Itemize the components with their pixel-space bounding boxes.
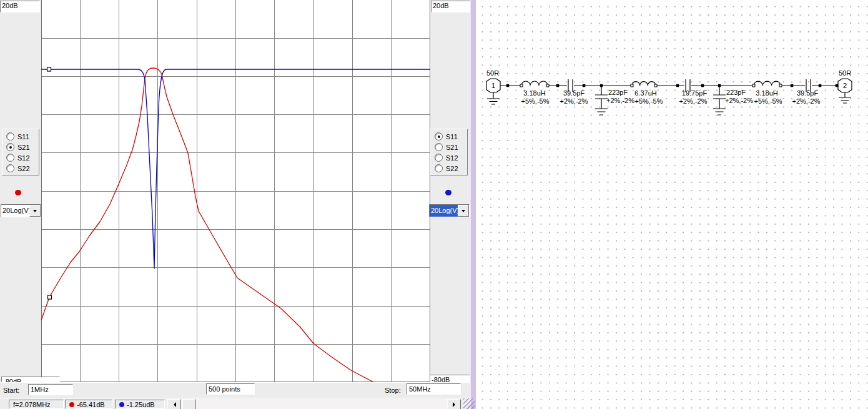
left-radio-s12[interactable]: S12 — [6, 152, 39, 163]
s21-trace — [41, 68, 376, 382]
capacitor-shunt-1[interactable] — [595, 86, 608, 115]
right-radio-s11[interactable]: S11 — [435, 131, 467, 142]
component-value: 3.18uH — [523, 89, 546, 97]
scroll-right-button[interactable] — [447, 399, 461, 409]
resize-grip-icon[interactable] — [463, 398, 475, 409]
ground-icon — [839, 92, 851, 103]
s-parameter-plot[interactable] — [41, 0, 430, 382]
status-bar: f=2.078MHz -65.41dB -1.25udB — [0, 398, 470, 409]
radio-icon — [6, 154, 14, 162]
radio-label: S21 — [17, 144, 30, 151]
red-trace-color-dot[interactable] — [15, 190, 21, 195]
radio-icon — [435, 154, 443, 162]
right-format-value[interactable]: 20Log(V) — [430, 205, 458, 217]
radio-icon — [435, 164, 443, 172]
plot-left-sidebar — [0, 0, 41, 398]
chevron-down-icon — [461, 210, 465, 214]
component-tolerance: +5%,-5% — [635, 97, 663, 105]
port-2-impedance-label: 50R — [839, 69, 851, 77]
start-label: Start: — [3, 387, 19, 394]
radio-label: S21 — [446, 144, 458, 151]
radio-icon — [435, 132, 443, 140]
right-radio-s21[interactable]: S21 — [435, 142, 467, 152]
red-marker-readout: -65.41dB — [65, 400, 112, 409]
left-radio-s11[interactable]: S11 — [6, 131, 39, 142]
arrow-left-icon — [171, 402, 176, 407]
radio-icon — [435, 143, 443, 151]
radio-icon — [6, 143, 14, 151]
radio-label: S11 — [17, 133, 29, 140]
marker-scrollbar[interactable] — [167, 399, 461, 409]
blue-marker-readout: -1.25udB — [115, 400, 165, 409]
marker-frequency-readout: f=2.078MHz — [9, 400, 64, 409]
red-marker-text: -65.41dB — [77, 401, 105, 408]
inductor-1[interactable] — [520, 81, 549, 87]
right-radio-s12[interactable]: S12 — [435, 152, 467, 163]
blue-trace-color-dot[interactable] — [445, 190, 451, 195]
right-sparam-group: S11 S21 S12 S22 — [430, 129, 468, 175]
arrow-right-icon — [453, 402, 458, 407]
radio-label: S22 — [17, 165, 30, 172]
component-value: 3.18uH — [756, 89, 778, 97]
radio-label: S12 — [17, 154, 30, 162]
left-top-scale-field[interactable]: 20dB — [0, 1, 40, 12]
left-sparam-group: S11 S21 S12 S22 — [2, 129, 39, 175]
blue-marker-icon — [119, 402, 124, 407]
left-format-dropdown-button[interactable] — [29, 205, 41, 217]
inductor-2[interactable] — [631, 82, 657, 87]
component-value: 19.75pF — [682, 89, 708, 97]
right-format-combobox[interactable]: 20Log(V) — [429, 204, 470, 217]
component-value: 6.37uH — [634, 89, 657, 97]
right-format-dropdown-button[interactable] — [458, 205, 469, 217]
component-value: 39.5pF — [563, 89, 585, 97]
ground-icon — [595, 86, 608, 115]
component-value: 223pF — [608, 89, 628, 96]
rf-simulator-window: 20dB 20dB -80dB -80dB S11 S21 S12 S22 S1… — [0, 0, 868, 409]
component-value: 39.5pF — [797, 89, 819, 97]
ground-icon — [487, 92, 500, 104]
port-1-impedance-label: 50R — [486, 69, 499, 77]
scrollbar-thumb[interactable] — [182, 399, 196, 409]
filter-circuit[interactable]: 50R 1 50R 2 3.18uH +5%,-5% 39.5pF +2%,-2… — [476, 56, 868, 128]
left-radio-s21[interactable]: S21 — [6, 142, 39, 152]
scroll-left-button[interactable] — [167, 399, 181, 409]
points-input[interactable] — [206, 383, 255, 395]
plot-right-sidebar — [430, 0, 470, 398]
inductor-3[interactable] — [752, 81, 782, 87]
s11-marker[interactable] — [47, 67, 51, 71]
schematic-canvas[interactable]: 50R 1 50R 2 3.18uH +5%,-5% 39.5pF +2%,-2… — [476, 0, 868, 409]
component-tolerance: +2%,-2% — [792, 97, 821, 105]
capacitor-shunt-2[interactable] — [713, 86, 726, 115]
radio-label: S11 — [446, 133, 458, 140]
component-tolerance: +2%,-2% — [560, 97, 588, 105]
plot-gridlines — [41, 0, 430, 382]
component-tolerance: +2%,-2% — [679, 97, 708, 105]
red-marker-icon — [69, 402, 74, 407]
ground-icon — [713, 86, 726, 115]
port-2-number: 2 — [843, 82, 847, 89]
left-format-combobox[interactable]: 20Log(V) — [1, 204, 41, 217]
right-radio-s22[interactable]: S22 — [435, 163, 467, 174]
sweep-settings-bar: Start: Stop: — [0, 382, 470, 398]
component-tolerance: +5%,-5% — [521, 97, 550, 105]
component-tolerance: +2%,-2% — [606, 97, 634, 104]
stop-label: Stop: — [385, 387, 401, 394]
radio-label: S22 — [446, 165, 458, 172]
right-top-scale-field[interactable]: 20dB — [431, 1, 471, 12]
radio-icon — [6, 132, 14, 140]
component-tolerance: +5%,-5% — [754, 97, 782, 105]
component-tolerance: +2%,-2% — [725, 97, 753, 104]
blue-marker-text: -1.25udB — [127, 401, 155, 408]
chevron-down-icon — [33, 210, 37, 214]
radio-label: S12 — [446, 154, 458, 162]
start-frequency-input[interactable] — [28, 384, 73, 395]
s21-marker[interactable] — [48, 295, 52, 299]
left-radio-s22[interactable]: S22 — [6, 163, 39, 174]
radio-icon — [6, 164, 14, 172]
port-1-number: 1 — [491, 82, 495, 89]
marker-frequency-text: f=2.078MHz — [13, 401, 51, 408]
plot-canvas[interactable] — [41, 0, 430, 382]
component-value: 223pF — [726, 89, 746, 96]
left-format-value[interactable]: 20Log(V) — [1, 205, 29, 217]
stop-frequency-input[interactable] — [407, 383, 461, 395]
